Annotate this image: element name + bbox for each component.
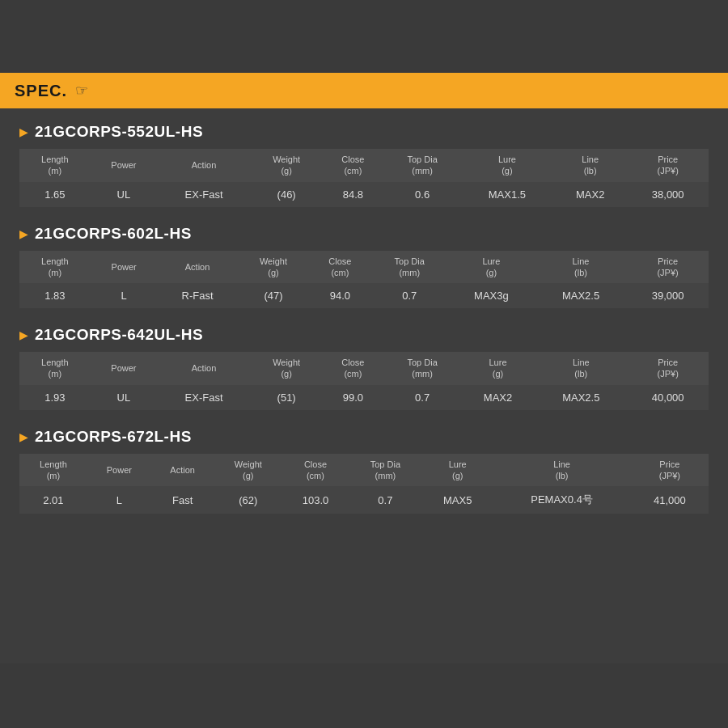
spec-table-2: Length(m) Power Action Weight(g) Close(c… [19, 251, 709, 309]
arrow-icon-4: ▶ [19, 430, 28, 443]
col-price-4: Price(JP¥) [631, 454, 709, 487]
rod-title-3: ▶ 21GCORPS-642UL-HS [19, 326, 709, 344]
cell-line-3: MAX2.5 [535, 385, 627, 410]
col-lure-3: Lure(g) [461, 352, 535, 385]
arrow-icon-1: ▶ [19, 125, 28, 138]
col-price-3: Price(JP¥) [627, 352, 709, 385]
rod-model-2: 21GCORPS-602L-HS [35, 225, 192, 243]
rod-title-2: ▶ 21GCORPS-602L-HS [19, 225, 709, 243]
table-header-row-3: Length(m) Power Action Weight(g) Close(c… [19, 352, 709, 385]
table-header-row-4: Length(m) Power Action Weight(g) Close(c… [19, 454, 709, 487]
col-weight-2: Weight(g) [238, 251, 310, 284]
col-topdia-1: Top Dia(mm) [383, 149, 460, 182]
arrow-icon-2: ▶ [19, 227, 28, 240]
col-power-4: Power [87, 454, 151, 487]
rod-title-1: ▶ 21GCORPS-552UL-HS [19, 123, 709, 141]
table-row-3: 1.93 UL EX-Fast (51) 99.0 0.7 MAX2 MAX2.… [19, 385, 709, 410]
cell-lure-2: MAX3g [448, 283, 535, 308]
cell-price-1: 38,000 [627, 182, 709, 207]
col-lure-2: Lure(g) [448, 251, 535, 284]
col-action-1: Action [157, 149, 251, 182]
rod-section-1: ▶ 21GCORPS-552UL-HS Length(m) Power Acti… [19, 123, 709, 207]
col-action-2: Action [157, 251, 237, 284]
cell-weight-3: (51) [251, 385, 323, 410]
col-lure-1: Lure(g) [461, 149, 553, 182]
cell-action-4: Fast [151, 486, 214, 514]
cell-topdia-3: 0.7 [383, 385, 460, 410]
col-lure-4: Lure(g) [422, 454, 493, 487]
cell-topdia-1: 0.6 [383, 182, 460, 207]
cell-topdia-4: 0.7 [349, 486, 422, 514]
col-price-2: Price(JP¥) [627, 251, 709, 284]
col-close-1: Close(cm) [322, 149, 383, 182]
cell-price-2: 39,000 [627, 283, 709, 308]
cell-power-1: UL [91, 182, 157, 207]
rod-model-1: 21GCORPS-552UL-HS [35, 123, 203, 141]
spec-table-3: Length(m) Power Action Weight(g) Close(c… [19, 352, 709, 410]
top-spacer [0, 0, 728, 73]
cell-lure-3: MAX2 [461, 385, 535, 410]
cell-weight-4: (62) [214, 486, 282, 514]
col-power-1: Power [91, 149, 157, 182]
rod-model-3: 21GCORPS-642UL-HS [35, 326, 203, 344]
cell-length-3: 1.93 [19, 385, 91, 410]
cell-line-2: MAX2.5 [535, 283, 627, 308]
col-power-2: Power [91, 251, 158, 284]
col-weight-1: Weight(g) [251, 149, 323, 182]
cell-close-2: 94.0 [309, 283, 370, 308]
col-line-1: Line(lb) [553, 149, 627, 182]
col-action-3: Action [157, 352, 251, 385]
cell-lure-1: MAX1.5 [461, 182, 553, 207]
cell-length-2: 1.83 [19, 283, 91, 308]
col-length-4: Length(m) [19, 454, 87, 487]
spec-title: SPEC. [15, 82, 67, 100]
cell-power-2: L [91, 283, 158, 308]
cell-line-1: MAX2 [553, 182, 627, 207]
arrow-icon-3: ▶ [19, 328, 28, 341]
cell-topdia-2: 0.7 [370, 283, 448, 308]
cell-price-3: 40,000 [627, 385, 709, 410]
cell-length-4: 2.01 [19, 486, 87, 514]
col-length-2: Length(m) [19, 251, 91, 284]
cell-action-2: R-Fast [157, 283, 237, 308]
col-power-3: Power [91, 352, 157, 385]
spec-table-4: Length(m) Power Action Weight(g) Close(c… [19, 454, 709, 514]
cell-lure-4: MAX5 [422, 486, 493, 514]
cell-weight-1: (46) [251, 182, 323, 207]
cell-close-4: 103.0 [282, 486, 349, 514]
spec-header: SPEC. ☞ [0, 73, 728, 108]
rod-section-4: ▶ 21GCORPS-672L-HS Length(m) Power Actio… [19, 428, 709, 514]
table-row-1: 1.65 UL EX-Fast (46) 84.8 0.6 MAX1.5 MAX… [19, 182, 709, 207]
col-length-1: Length(m) [19, 149, 91, 182]
cell-weight-2: (47) [238, 283, 310, 308]
bottom-spacer [0, 663, 728, 728]
spec-table-1: Length(m) Power Action Weight(g) Close(c… [19, 149, 709, 207]
table-row-4: 2.01 L Fast (62) 103.0 0.7 MAX5 PEMAX0.4… [19, 486, 709, 514]
page-wrapper: SPEC. ☞ ▶ 21GCORPS-552UL-HS Length(m) Po… [0, 0, 728, 728]
col-weight-4: Weight(g) [214, 454, 282, 487]
rod-section-3: ▶ 21GCORPS-642UL-HS Length(m) Power Acti… [19, 326, 709, 410]
rod-section-2: ▶ 21GCORPS-602L-HS Length(m) Power Actio… [19, 225, 709, 309]
rod-model-4: 21GCORPS-672L-HS [35, 428, 192, 446]
cell-close-1: 84.8 [322, 182, 383, 207]
cell-close-3: 99.0 [322, 385, 383, 410]
cell-action-3: EX-Fast [157, 385, 251, 410]
col-line-2: Line(lb) [535, 251, 627, 284]
cell-power-3: UL [91, 385, 157, 410]
rod-title-4: ▶ 21GCORPS-672L-HS [19, 428, 709, 446]
col-line-4: Line(lb) [493, 454, 630, 487]
cursor-icon: ☞ [75, 82, 88, 99]
col-close-3: Close(cm) [322, 352, 383, 385]
cell-line-4: PEMAX0.4号 [493, 486, 630, 514]
col-topdia-2: Top Dia(mm) [370, 251, 448, 284]
table-row-2: 1.83 L R-Fast (47) 94.0 0.7 MAX3g MAX2.5… [19, 283, 709, 308]
table-header-row-1: Length(m) Power Action Weight(g) Close(c… [19, 149, 709, 182]
table-header-row-2: Length(m) Power Action Weight(g) Close(c… [19, 251, 709, 284]
content-area: ▶ 21GCORPS-552UL-HS Length(m) Power Acti… [0, 108, 728, 663]
col-weight-3: Weight(g) [251, 352, 323, 385]
col-topdia-4: Top Dia(mm) [349, 454, 422, 487]
cell-price-4: 41,000 [631, 486, 709, 514]
col-price-1: Price(JP¥) [627, 149, 709, 182]
col-action-4: Action [151, 454, 214, 487]
cell-length-1: 1.65 [19, 182, 91, 207]
